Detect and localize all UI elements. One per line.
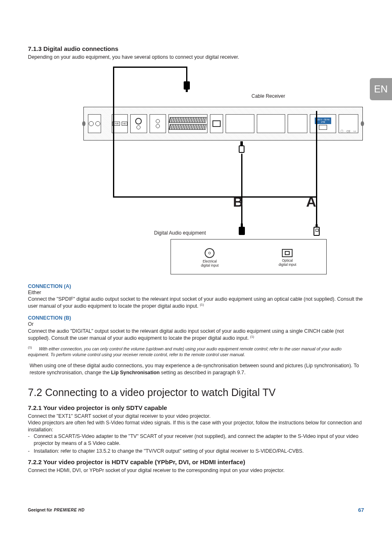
list-item: Installation: refer to chapter 13.5.2 to… [28, 448, 364, 455]
footnote-number: (1) [28, 345, 32, 349]
port-label: digital input [279, 263, 296, 267]
scart-ports-icon [168, 114, 208, 133]
digital-out-icon [130, 114, 147, 133]
lip-sync-note: When using one of these digital audio co… [28, 362, 364, 377]
dvb-badge-icon: DVBHD [112, 114, 128, 133]
wire [186, 67, 187, 83]
list-item: Connect a SCART/S-Video adapter to the "… [28, 433, 364, 447]
heading-721: 7.2.1 Your video projector is only SDTV … [28, 404, 364, 411]
page-number: 67 [358, 507, 364, 513]
intro-713: Depending on your audio equipment, you h… [28, 54, 364, 61]
ce-mark-icon: ▢CE▭ [339, 114, 358, 133]
heading-713: 7.1.3 Digital audio connections [28, 45, 364, 52]
p-721-1: Connect the "EXT1" SCART socket of your … [28, 413, 364, 420]
footnote-ref: (1) [200, 303, 204, 306]
cable-receiver-label: Cable Receiver [251, 93, 285, 99]
blank-plate-icon [288, 114, 307, 133]
label-b: B [233, 194, 243, 210]
footer-prefix: Geeignet für [28, 508, 52, 512]
info-plate-icon [257, 114, 285, 133]
page-content: 7.1.3 Digital audio connections Dependin… [0, 0, 392, 538]
footnote: (1) With either connection, you can only… [28, 345, 364, 357]
wire [113, 67, 187, 68]
label-a: A [306, 194, 316, 210]
info-plate-icon [226, 114, 254, 133]
connection-a-text: Connect the "SPDIF" digital audio output… [28, 296, 364, 309]
optical-port-icon [210, 114, 223, 133]
or-label: Or [28, 321, 364, 328]
heading-72: 7.2 Connecting to a video projector to w… [28, 387, 364, 398]
page-footer: Geeignet für PREMIERE HD 67 [28, 507, 364, 513]
footer-left: Geeignet für PREMIERE HD [28, 508, 85, 512]
audio-out-icon [150, 114, 166, 133]
connection-a-heading: CONNECTION (A) [28, 283, 364, 289]
wire [241, 196, 317, 198]
power-plate-icon: 230 V ~ 50 Hz17W [310, 114, 336, 133]
wire [113, 111, 114, 197]
diagram-container: Cable Receiver DVBHD 230 V ~ 50 Hz17W ▢C… [28, 67, 364, 276]
list-721: Connect a SCART/S-Video adapter to the "… [28, 433, 364, 454]
p-721-2: Video projectors are often fed with S-Vi… [28, 419, 364, 433]
optical-plug-icon [314, 227, 320, 236]
plug-icon [184, 81, 190, 90]
plug-icon [239, 141, 244, 155]
footnote-text: With either connection, you can only con… [28, 346, 341, 357]
wire [241, 154, 242, 197]
connection-diagram: Cable Receiver DVBHD 230 V ~ 50 Hz17W ▢C… [81, 67, 311, 276]
lip-sync-bold: Lip Synchronisation [111, 370, 159, 375]
cable-receiver-box: DVBHD 230 V ~ 50 Hz17W ▢CE▭ [83, 107, 363, 140]
p-722-1: Connect the HDMI, DVI, or YPbPr socket o… [28, 467, 364, 474]
port-label: digital input [201, 263, 219, 267]
digital-audio-equipment-label: Digital Audio equipment [154, 230, 206, 236]
electrical-input-icon: Electricaldigital input [201, 248, 219, 267]
wire [113, 67, 114, 111]
wire [113, 196, 242, 198]
optical-input-icon: Opticaldigital input [279, 249, 296, 267]
footnote-ref: (1) [250, 335, 254, 339]
either-label: Either [28, 289, 364, 296]
cinch-plug-icon [239, 227, 245, 235]
connection-b-heading: CONNECTION (B) [28, 315, 364, 321]
av-jacks-icon [88, 114, 101, 133]
audio-equipment-box: Electricaldigital input Opticaldigital i… [171, 239, 327, 274]
heading-722: 7.2.2 Your video projector is HDTV capab… [28, 458, 364, 465]
connection-b-text: Connect the audio "DIGITAL" output socke… [28, 328, 364, 341]
footer-brand: PREMIERE HD [54, 508, 85, 512]
